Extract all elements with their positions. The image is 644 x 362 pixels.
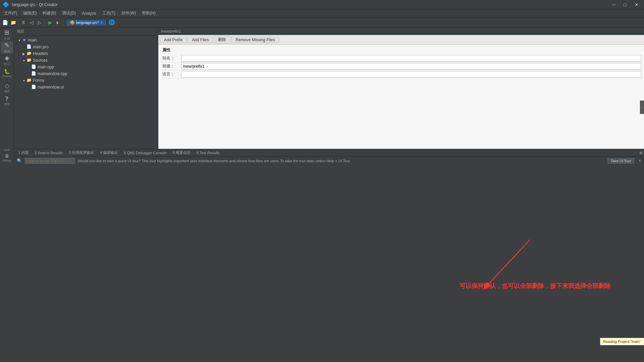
project-panel: 项目 ▾ ■ main 📄 ma [14, 27, 158, 149]
take-ui-tour-btn[interactable]: Take UI Tour [607, 158, 634, 164]
sidebar-design-btn[interactable]: ◈ 设计 [1, 54, 13, 66]
menu-build[interactable]: 构建(B) [40, 10, 59, 17]
notification-text: Would you like to take a quick UI tour? … [78, 159, 605, 163]
project-panel-header: 项目 [14, 27, 158, 36]
status-tab-expand[interactable]: ⊕ [639, 150, 643, 155]
editor-path: /new/prefix1 [161, 29, 181, 33]
menu-file[interactable]: 文件(F) [1, 10, 20, 17]
add-files-btn[interactable]: Add Files [187, 37, 213, 43]
status-tab-test[interactable]: 8 Test Results [194, 150, 222, 156]
minimize-btn[interactable]: ─ [610, 2, 619, 7]
arrow-sources: ▾ [21, 59, 26, 62]
toolbar-sep-2 [45, 19, 45, 26]
tab-close-btn[interactable]: ✕ [100, 21, 103, 24]
toolbar: 📄 📁 ⧖ ◁ ▷ ▶ ⏵ 🔶 language.qrc* ✕ 🌐 [0, 17, 644, 27]
design-icon: ◈ [5, 54, 9, 62]
sidebar-welcome-btn[interactable]: ⊞ 欢迎 [1, 29, 13, 41]
bottom-panel: Add Prefix Add Files 删除 Remove Missing F… [158, 35, 644, 149]
welcome-icon: ⊞ [4, 29, 9, 36]
file-ui-icon: 📄 [31, 84, 36, 90]
status-tab-qml-debug[interactable]: 5 QML Debugger Console [121, 150, 169, 156]
bottom-toolbar: Add Prefix Add Files 删除 Remove Missing F… [158, 35, 644, 45]
locate-input[interactable] [25, 158, 75, 164]
tree-node-main[interactable]: ▾ ■ main [14, 37, 158, 44]
maximize-btn[interactable]: □ [621, 2, 629, 7]
add-prefix-btn[interactable]: Add Prefix [160, 37, 187, 43]
bottom-project-label: main [1, 148, 13, 152]
arrow-headers: ▶ [21, 52, 26, 56]
tree-node-sources[interactable]: ▾ 📁 Sources [14, 57, 158, 64]
left-panel: 项目 ▾ ■ main 📄 ma [14, 27, 644, 165]
menu-analyze[interactable]: Analyze [79, 10, 99, 16]
toolbar-back[interactable]: ◁ [28, 19, 35, 26]
toolbar-debug-run[interactable]: ⏵ [54, 19, 62, 26]
annotation-container: 可以保持默认，也可以全部删除，接下来我选择全部删除 [460, 282, 610, 290]
app-icon: 🔷 [3, 1, 9, 8]
toolbar-filter[interactable]: ⧖ [20, 19, 27, 26]
project-tree: ▾ ■ main 📄 main.pro ▶ [14, 36, 158, 149]
status-tab-problems[interactable]: 1 问题 [15, 149, 31, 156]
editor-and-bottom: /new/prefix1 Add Prefix Add Files 删除 Rem… [158, 27, 644, 149]
delete-btn[interactable]: 删除 [214, 36, 230, 44]
menu-help[interactable]: 帮助(H) [139, 10, 158, 17]
tree-node-mainwindow-ui[interactable]: 📄 mainwindow.ui [14, 84, 158, 90]
sidebar-help-btn[interactable]: ? 帮助 [1, 95, 13, 107]
status-tab-overview[interactable]: 6 概要信息 [170, 149, 193, 156]
folder-forms-icon: 📁 [26, 78, 32, 83]
search-icon: 🔍 [17, 158, 22, 163]
window-controls: ─ □ ✕ [610, 2, 641, 7]
remove-missing-btn[interactable]: Remove Missing Files [231, 37, 279, 43]
file-mainwindow-cpp-icon: 📄 [31, 71, 36, 76]
sidebar-icons: ⊞ 欢迎 ✎ 编辑 ◈ 设计 🐛 Debug ⬡ 项目 ? 帮助 main 🖥 [0, 27, 14, 165]
sidebar-debug-btn[interactable]: 🐛 Debug [1, 67, 13, 79]
toolbar-open[interactable]: 📁 [9, 19, 17, 26]
annotation-text: 可以保持默认，也可以全部删除，接下来我选择全部删除 [460, 283, 610, 289]
close-btn[interactable]: ✕ [632, 2, 641, 7]
tab-bar: 🔶 language.qrc* ✕ 🌐 [66, 19, 643, 26]
right-collapse-handle[interactable]: › [640, 101, 644, 114]
notification-close-btn[interactable]: ✕ [638, 159, 641, 163]
debug-icon: 🐛 [4, 69, 10, 74]
project-icon: ⬡ [5, 83, 9, 89]
prefix-input[interactable] [181, 63, 641, 70]
tree-node-main-pro[interactable]: 📄 main.pro [14, 44, 158, 50]
status-tab-search[interactable]: 2 Search Results [32, 150, 65, 156]
toolbar-run[interactable]: ▶ [46, 19, 54, 26]
toolbar-new[interactable]: 📄 [1, 19, 9, 26]
welcome-label: 欢迎 [4, 37, 10, 41]
tree-node-forms[interactable]: ▾ 📁 Forms [14, 77, 158, 84]
file-pro-icon: 📄 [26, 44, 32, 50]
notification-bar: 🔍 Would you like to take a quick UI tour… [14, 156, 644, 165]
language-input[interactable] [181, 71, 641, 78]
status-tabs-bar: 1 问题 2 Search Results 3 应用程序输出 4 编译输出 5 … [14, 149, 644, 156]
tree-node-headers[interactable]: ▶ 📁 Headers [14, 50, 158, 57]
status-tab-compile[interactable]: 4 编译输出 [97, 149, 120, 156]
tree-node-mainwindow-cpp[interactable]: 📄 mainwindow.cpp [14, 70, 158, 77]
title-bar: 🔷 language.qrc - Qt Creator ─ □ ✕ [0, 0, 644, 9]
debug-label: Debug [2, 74, 11, 78]
title-text: language.qrc - Qt Creator [12, 2, 58, 7]
alias-label: 别名： [161, 55, 181, 61]
tab-language-qrc[interactable]: 🔶 language.qrc* ✕ [66, 19, 107, 25]
language-row: 语言： [161, 70, 641, 78]
prefix-row: 前缀： [161, 62, 641, 70]
arrow-forms: ▾ [21, 79, 26, 82]
toolbar-browser[interactable]: 🌐 [108, 19, 115, 26]
tree-node-main-cpp[interactable]: 📄 main.cpp [14, 64, 158, 70]
bottom-debug-label: Debug [2, 159, 11, 162]
tree-label-headers: Headers [33, 51, 48, 56]
menu-widgets[interactable]: 控件(W) [119, 10, 139, 17]
menu-bar: 文件(F) 编辑(E) 构建(B) 调试(D) Analyze 工具(T) 控件… [0, 9, 644, 17]
sidebar-project-btn[interactable]: ⬡ 项目 [1, 82, 13, 95]
main-area: ⊞ 欢迎 ✎ 编辑 ◈ 设计 🐛 Debug ⬡ 项目 ? 帮助 main 🖥 [0, 27, 644, 165]
status-tab-app-output[interactable]: 3 应用程序输出 [66, 149, 97, 156]
menu-tools[interactable]: 工具(T) [100, 10, 118, 17]
sidebar-edit-btn[interactable]: ✎ 编辑 [1, 42, 13, 54]
menu-debug[interactable]: 调试(D) [59, 10, 78, 17]
bottom-debug-btn[interactable]: 🖥 Debug [1, 152, 13, 164]
svg-line-1 [483, 240, 530, 290]
menu-edit[interactable]: 编辑(E) [20, 10, 39, 17]
tab-label: language.qrc* [76, 20, 99, 24]
alias-input[interactable] [181, 55, 641, 62]
toolbar-forward[interactable]: ▷ [36, 19, 43, 26]
